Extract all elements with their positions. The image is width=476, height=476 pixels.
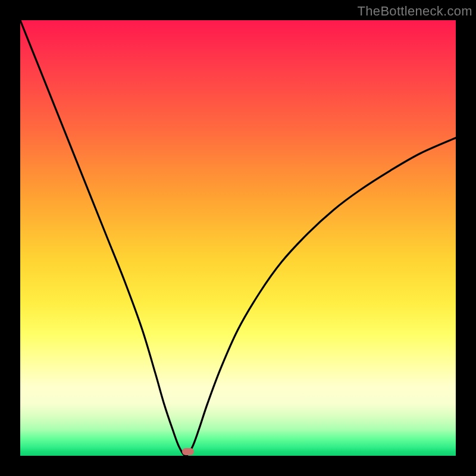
bottleneck-curve <box>20 20 456 456</box>
chart-frame: TheBottleneck.com <box>0 0 476 476</box>
optimal-marker <box>182 448 194 455</box>
plot-area <box>20 20 456 456</box>
watermark-text: TheBottleneck.com <box>358 4 472 19</box>
